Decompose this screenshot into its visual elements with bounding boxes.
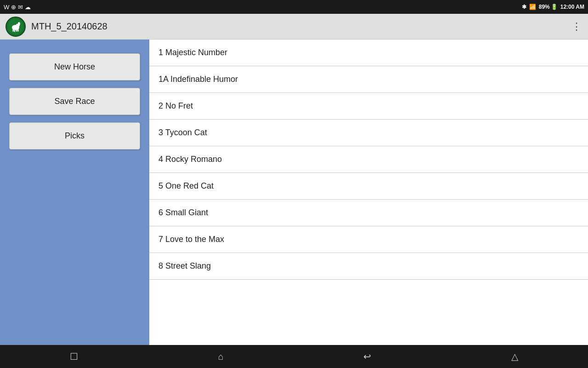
svg-rect-5 (14, 29, 15, 32)
up-button[interactable]: △ (502, 347, 527, 366)
sidebar: New Horse Save Race Picks (0, 40, 149, 345)
battery-icon: 🔋 (551, 4, 558, 10)
horse-item[interactable]: 7 Love to the Max (149, 226, 588, 253)
battery-percent: 89% (539, 4, 550, 10)
wifi-icon: 📶 (529, 4, 536, 10)
battery-indicator: 89% 🔋 (539, 4, 558, 10)
svg-rect-4 (12, 29, 13, 31)
clock: 12:00 AM (560, 4, 584, 10)
bluetooth-icon: ✱ (522, 4, 526, 10)
horse-item[interactable]: 1A Indefinable Humor (149, 66, 588, 93)
sync-icon: ⊕ (11, 4, 16, 11)
app-bar: MTH_5_20140628 ⋮ (0, 14, 588, 40)
horse-item[interactable]: 1 Majestic Number (149, 40, 588, 66)
app-bar-left: MTH_5_20140628 (6, 17, 107, 37)
recent-apps-button[interactable]: ☐ (61, 347, 87, 366)
overflow-menu-button[interactable]: ⋮ (571, 21, 582, 33)
mail-icon: ✉ (18, 4, 23, 11)
home-button[interactable]: ⌂ (209, 348, 233, 366)
app-icon (6, 17, 26, 37)
svg-rect-6 (16, 29, 17, 31)
app-title: MTH_5_20140628 (31, 21, 107, 32)
status-bar: W ⊕ ✉ ☁ ✱ 📶 89% 🔋 12:00 AM (0, 0, 588, 14)
horse-item[interactable]: 4 Rocky Romano (149, 146, 588, 173)
status-right-icons: ✱ 📶 89% 🔋 12:00 AM (522, 4, 584, 10)
picks-button[interactable]: Picks (9, 122, 140, 150)
main-content: New Horse Save Race Picks 1 Majestic Num… (0, 40, 588, 345)
horse-item[interactable]: 5 One Red Cat (149, 173, 588, 200)
horse-list: 1 Majestic Number1A Indefinable Humor2 N… (149, 40, 588, 345)
save-race-button[interactable]: Save Race (9, 88, 140, 115)
horse-item[interactable]: 6 Small Giant (149, 200, 588, 226)
horse-item[interactable]: 8 Street Slang (149, 253, 588, 280)
status-left-icons: W ⊕ ✉ ☁ (4, 4, 31, 11)
back-button[interactable]: ↩ (354, 347, 380, 366)
new-horse-button[interactable]: New Horse (9, 53, 140, 80)
horse-item[interactable]: 3 Tycoon Cat (149, 120, 588, 146)
cloud-icon: ☁ (25, 4, 31, 11)
svg-point-8 (18, 22, 20, 23)
horse-item[interactable]: 2 No Fret (149, 93, 588, 120)
nav-bar: ☐ ⌂ ↩ △ (0, 345, 588, 368)
svg-rect-7 (17, 29, 18, 31)
w-icon: W (4, 4, 9, 11)
